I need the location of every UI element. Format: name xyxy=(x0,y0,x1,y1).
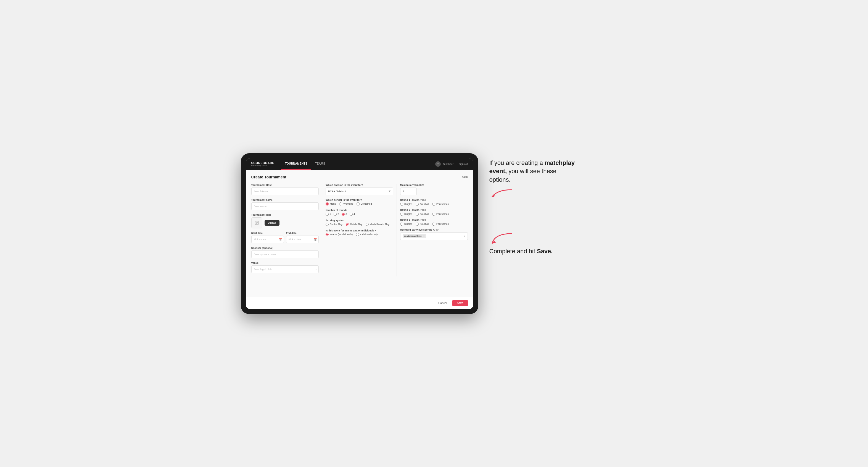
logo-powered: Powered by clippit xyxy=(251,165,275,166)
nav-tabs: TOURNAMENTS TEAMS xyxy=(281,158,329,170)
round2-singles[interactable]: Singles xyxy=(400,213,412,216)
sign-out-link[interactable]: Sign out xyxy=(459,163,468,165)
round2-options: Singles Fourball Foursomes xyxy=(400,213,468,216)
rounds-group: Number of rounds 1 2 xyxy=(326,209,393,216)
avatar: T xyxy=(435,161,441,167)
page-header: Create Tournament ← Back xyxy=(251,175,468,179)
gender-combined[interactable]: Combined xyxy=(356,203,372,206)
round-2[interactable]: 2 xyxy=(334,213,339,216)
round2-fourball[interactable]: Fourball xyxy=(415,213,429,216)
division-label: Which division is the event for? xyxy=(326,184,393,186)
tournament-host-input[interactable] xyxy=(251,188,319,195)
max-team-size-label: Maximum Team Size xyxy=(400,184,468,186)
tournament-name-label: Tournament name xyxy=(251,198,319,201)
tablet-screen: SCOREBOARD Powered by clippit TOURNAMENT… xyxy=(246,158,473,309)
venue-label: Venue xyxy=(251,261,319,264)
form-footer: Cancel Save xyxy=(246,297,473,309)
navbar: SCOREBOARD Powered by clippit TOURNAMENT… xyxy=(246,158,473,170)
tournament-name-input[interactable] xyxy=(251,203,319,210)
form-col-left: Tournament Host Tournament name Tourname… xyxy=(251,184,322,276)
round-4[interactable]: 4 xyxy=(350,213,355,216)
round1-foursomes[interactable]: Foursomes xyxy=(432,203,449,206)
scoring-label: Scoring system xyxy=(326,219,393,222)
teams-radio-group: Teams (+Individuals) Individuals Only xyxy=(326,233,393,236)
end-date-label: End date xyxy=(286,232,319,235)
sponsor-group: Sponsor (optional) xyxy=(251,247,319,258)
annotation-area: If you are creating a matchplay event, y… xyxy=(489,153,627,256)
scoring-match[interactable]: Match Play xyxy=(346,223,362,226)
top-annotation: If you are creating a matchplay event, y… xyxy=(489,159,627,202)
division-select[interactable]: NCAA Division I xyxy=(326,188,393,195)
calendar-icon-end: 📅 xyxy=(313,238,317,241)
bottom-arrow-container xyxy=(489,232,627,247)
cancel-button[interactable]: Cancel xyxy=(435,300,450,306)
api-tag: Leaderboard King ✕ xyxy=(403,234,426,238)
round1-singles[interactable]: Singles xyxy=(400,203,412,206)
sponsor-label: Sponsor (optional) xyxy=(251,247,319,249)
scoring-medal[interactable]: Medal Match Play xyxy=(366,223,390,226)
max-team-size-input[interactable] xyxy=(400,188,417,195)
round3-fourball[interactable]: Fourball xyxy=(415,223,429,226)
back-link[interactable]: ← Back xyxy=(458,175,468,178)
venue-input[interactable] xyxy=(251,266,319,273)
round3-match-type: Round 3 - Match Type Singles Fourball xyxy=(400,218,468,226)
page-title: Create Tournament xyxy=(251,175,286,179)
tab-teams[interactable]: TEAMS xyxy=(311,158,329,170)
upload-button[interactable]: Upload xyxy=(265,220,280,226)
logo-placeholder xyxy=(251,217,262,228)
top-arrow-icon xyxy=(489,187,517,201)
api-chevron-icon: ▾ xyxy=(464,235,465,238)
rounds-label: Number of rounds xyxy=(326,209,393,212)
venue-chevron-icon: ▾ xyxy=(315,268,317,271)
tournament-logo-label: Tournament logo xyxy=(251,214,319,216)
max-team-size-group: Maximum Team Size xyxy=(400,184,468,195)
navbar-right: T Test User | Sign out xyxy=(435,161,468,167)
teams-plus-individuals[interactable]: Teams (+Individuals) xyxy=(326,233,353,236)
scoring-radio-group: Stroke Play Match Play Medal Match Play xyxy=(326,223,393,226)
tab-tournaments[interactable]: TOURNAMENTS xyxy=(281,158,311,170)
start-date-wrap: 📅 xyxy=(251,236,284,243)
tournament-host-label: Tournament Host xyxy=(251,184,319,186)
sponsor-input[interactable] xyxy=(251,250,319,258)
user-name: Test User xyxy=(443,163,454,165)
round3-foursomes[interactable]: Foursomes xyxy=(432,223,449,226)
round1-match-type: Round 1 - Match Type Singles Fourball xyxy=(400,198,468,206)
api-tag-remove[interactable]: ✕ xyxy=(423,235,425,238)
bottom-annotation-text: Complete and hit Save. xyxy=(489,247,572,256)
rounds-radio-group: 1 2 3 xyxy=(326,213,393,216)
tournament-name-group: Tournament name xyxy=(251,198,319,210)
tournament-logo-group: Tournament logo Upload xyxy=(251,214,319,228)
round1-fourball[interactable]: Fourball xyxy=(415,203,429,206)
round-1[interactable]: 1 xyxy=(326,213,331,216)
form-col-right: Maximum Team Size Round 1 - Match Type S… xyxy=(397,184,468,276)
api-label: Use third-party live scoring API? xyxy=(400,228,468,231)
date-row: Start date 📅 End date 📅 xyxy=(251,232,319,243)
individuals-only[interactable]: Individuals Only xyxy=(356,233,378,236)
round3-options: Singles Fourball Foursomes xyxy=(400,223,468,226)
end-date-group: End date 📅 xyxy=(286,232,319,243)
calendar-icon: 📅 xyxy=(279,238,282,241)
scoring-stroke[interactable]: Stroke Play xyxy=(326,223,342,226)
form-grid: Tournament Host Tournament name Tourname… xyxy=(251,184,468,276)
round2-foursomes[interactable]: Foursomes xyxy=(432,213,449,216)
tablet-device: SCOREBOARD Powered by clippit TOURNAMENT… xyxy=(241,153,478,314)
round1-label: Round 1 - Match Type xyxy=(400,198,468,201)
bottom-annotation: Complete and hit Save. xyxy=(489,232,627,256)
scoring-group: Scoring system Stroke Play Match Play xyxy=(326,219,393,226)
logo-scoreboard: SCOREBOARD xyxy=(251,161,275,165)
api-select-wrap[interactable]: Leaderboard King ✕ ▾ xyxy=(400,232,468,240)
venue-group: Venue ▾ xyxy=(251,261,319,273)
gender-label: Which gender is the event for? xyxy=(326,198,393,201)
separator: | xyxy=(456,163,456,165)
form-col-mid: Which division is the event for? NCAA Di… xyxy=(322,184,397,276)
bottom-arrow-icon xyxy=(489,232,517,246)
top-arrow-container xyxy=(489,187,627,202)
api-group: Use third-party live scoring API? Leader… xyxy=(400,228,468,240)
end-date-wrap: 📅 xyxy=(286,236,319,243)
gender-womens[interactable]: Womens xyxy=(339,203,353,206)
gender-mens[interactable]: Mens xyxy=(326,203,336,206)
round3-singles[interactable]: Singles xyxy=(400,223,412,226)
round-3[interactable]: 3 xyxy=(342,213,347,216)
teams-group: Is this event for Teams and/or Individua… xyxy=(326,229,393,236)
save-button[interactable]: Save xyxy=(453,300,468,306)
